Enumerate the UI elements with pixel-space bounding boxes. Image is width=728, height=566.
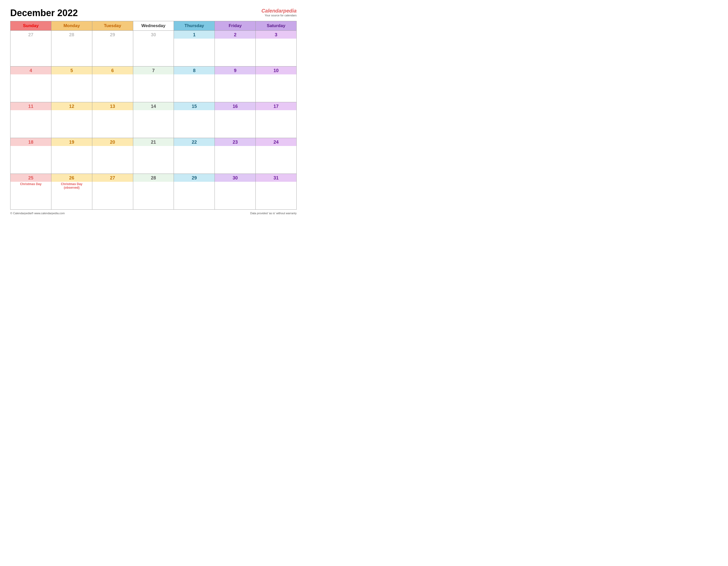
header-tuesday: Tuesday (92, 21, 133, 31)
calendar-day: 27 (10, 31, 51, 66)
day-number: 23 (215, 138, 255, 146)
calendar-table: Sunday Monday Tuesday Wednesday Thursday… (10, 21, 297, 210)
footer-left: © Calendarpedia® www.calendarpedia.com (10, 212, 65, 215)
calendar-day: 5 (51, 66, 92, 102)
day-number: 4 (10, 66, 51, 74)
calendar-week-row: 11121314151617 (10, 102, 297, 138)
day-number: 3 (256, 31, 296, 39)
day-number: 19 (51, 138, 92, 146)
day-number: 18 (10, 138, 51, 146)
calendar-day: 14 (133, 102, 174, 138)
calendar-week-row: 18192021222324 (10, 138, 297, 174)
weekday-header-row: Sunday Monday Tuesday Wednesday Thursday… (10, 21, 297, 31)
calendar-day: 26Christmas Day (observed) (51, 174, 92, 210)
day-number: 11 (10, 102, 51, 110)
calendar-day: 17 (256, 102, 297, 138)
day-number: 22 (174, 138, 215, 146)
calendar-day: 7 (133, 66, 174, 102)
day-number: 1 (174, 31, 215, 39)
holiday-label: Christmas Day (observed) (51, 182, 92, 190)
day-number: 24 (256, 138, 296, 146)
calendar-day: 2 (215, 31, 256, 66)
day-number: 26 (51, 174, 92, 182)
calendar-day: 21 (133, 138, 174, 174)
month-title: December 2022 (10, 8, 78, 18)
calendar-day: 22 (174, 138, 215, 174)
calendar-day: 6 (92, 66, 133, 102)
day-number: 10 (256, 66, 296, 74)
day-number: 31 (256, 174, 296, 182)
day-number: 29 (92, 31, 133, 39)
calendar-day: 3 (256, 31, 297, 66)
day-number: 30 (133, 31, 174, 39)
calendar-day: 29 (174, 174, 215, 210)
header-friday: Friday (215, 21, 256, 31)
header-wednesday: Wednesday (133, 21, 174, 31)
day-number: 29 (174, 174, 215, 182)
calendar-day: 12 (51, 102, 92, 138)
day-number: 5 (51, 66, 92, 74)
day-number: 14 (133, 102, 174, 110)
page-footer: © Calendarpedia® www.calendarpedia.com D… (10, 212, 297, 215)
footer-right: Data provided 'as is' without warranty (250, 212, 297, 215)
calendar-day: 24 (256, 138, 297, 174)
day-number: 16 (215, 102, 255, 110)
calendar-day: 23 (215, 138, 256, 174)
calendar-day: 30 (215, 174, 256, 210)
header-monday: Monday (51, 21, 92, 31)
calendar-day: 28 (51, 31, 92, 66)
calendar-day: 9 (215, 66, 256, 102)
day-number: 2 (215, 31, 255, 39)
header-saturday: Saturday (256, 21, 297, 31)
day-number: 7 (133, 66, 174, 74)
calendar-day: 8 (174, 66, 215, 102)
day-number: 20 (92, 138, 133, 146)
day-number: 21 (133, 138, 174, 146)
day-number: 13 (92, 102, 133, 110)
calendar-day: 27 (92, 174, 133, 210)
calendar-day: 19 (51, 138, 92, 174)
calendar-day: 25Christmas Day (10, 174, 51, 210)
calendar-day: 28 (133, 174, 174, 210)
calendar-day: 15 (174, 102, 215, 138)
day-number: 6 (92, 66, 133, 74)
calendar-day: 30 (133, 31, 174, 66)
calendar-day: 20 (92, 138, 133, 174)
day-number: 28 (133, 174, 174, 182)
calendar-day: 13 (92, 102, 133, 138)
calendar-day: 29 (92, 31, 133, 66)
brand-name: Calendarpedia (261, 8, 297, 14)
day-number: 8 (174, 66, 215, 74)
day-number: 28 (51, 31, 92, 39)
brand-logo: Calendarpedia Your source for calendars (261, 8, 297, 17)
header-thursday: Thursday (174, 21, 215, 31)
brand-name-part1: Calendar (261, 8, 283, 14)
day-number: 27 (92, 174, 133, 182)
day-number: 9 (215, 66, 255, 74)
calendar-week-row: 25Christmas Day26Christmas Day (observed… (10, 174, 297, 210)
day-number: 15 (174, 102, 215, 110)
calendar-day: 16 (215, 102, 256, 138)
day-number: 12 (51, 102, 92, 110)
calendar-day: 1 (174, 31, 215, 66)
brand-name-part2: pedia (283, 8, 297, 14)
day-number: 27 (10, 31, 51, 39)
calendar-day: 10 (256, 66, 297, 102)
calendar-day: 11 (10, 102, 51, 138)
holiday-label: Christmas Day (10, 182, 51, 186)
brand-subtitle: Your source for calendars (261, 14, 297, 17)
day-number: 25 (10, 174, 51, 182)
calendar-day: 18 (10, 138, 51, 174)
page-header: December 2022 Calendarpedia Your source … (10, 8, 297, 18)
calendar-week-row: 27282930123 (10, 31, 297, 66)
day-number: 17 (256, 102, 296, 110)
day-number: 30 (215, 174, 255, 182)
calendar-day: 31 (256, 174, 297, 210)
header-sunday: Sunday (10, 21, 51, 31)
calendar-day: 4 (10, 66, 51, 102)
calendar-week-row: 45678910 (10, 66, 297, 102)
